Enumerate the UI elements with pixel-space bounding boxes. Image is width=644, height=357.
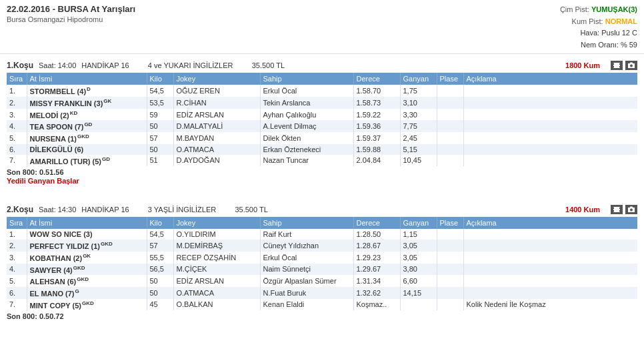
cell-aciklama (463, 252, 637, 264)
race1-distance: 1800 Kum (565, 61, 600, 69)
cell-sahip: A.Levent Dilmaç (260, 120, 353, 132)
cell-aciklama (463, 132, 637, 144)
cell-aciklama (463, 275, 637, 287)
race2-prize: 35.500 TL (235, 206, 267, 214)
col-ganyan-2: Ganyan (400, 217, 437, 229)
cell-sira: 5. (7, 132, 27, 144)
cell-derece: 1.58.73 (353, 97, 400, 109)
cell-plase (437, 97, 463, 109)
cell-sira: 7. (7, 299, 27, 311)
cell-plase (437, 240, 463, 252)
cell-plase (437, 109, 463, 121)
race1-section: 1.Koşu Saat: 14:00 HANDİKAP 16 4 ve YUKA… (0, 54, 644, 192)
table-row: 2. PERFECT YILDIZ (1)GKD 57 M.DEMİRBAŞ C… (7, 240, 637, 252)
cell-sahip: Erkul Öcal (260, 252, 353, 264)
nem: Nem Oranı: % 59 (560, 39, 637, 51)
table-row: 3. KOBATHAN (2)GK 55,5 RECEP ÖZŞAHİN Erk… (7, 252, 637, 264)
race1-info-bar: 1.Koşu Saat: 14:00 HANDİKAP 16 4 ve YUKA… (7, 58, 637, 73)
venue: Bursa Osmangazi Hipodromu (7, 15, 135, 23)
race2-icons (611, 205, 637, 214)
table-row: 7. MINT COPY (5)GKD 45 O.BALKAN Kenan El… (7, 299, 637, 311)
cell-sahip: Naim Sünnetçi (260, 264, 353, 276)
cell-plase (437, 299, 463, 311)
svg-rect-2 (613, 66, 614, 67)
race2-info-bar: 2.Koşu Saat: 14:30 HANDİKAP 16 3 YAŞLİ İ… (7, 202, 637, 217)
table-row: 4. TEA SPOON (7)GD 50 D.MALATYALİ A.Leve… (7, 120, 637, 132)
svg-rect-1 (613, 63, 614, 65)
cell-at: SAWYER (4)GKD (27, 264, 147, 276)
cell-derece: 1.29.23 (353, 252, 400, 264)
cell-ganyan: 3,80 (400, 264, 437, 276)
cell-sira: 4. (7, 264, 27, 276)
race1-table: Sıra At İsmi Kilo Jokey Sahip Derece Gan… (7, 73, 637, 166)
cell-sahip: Cüneyt Yıldızhan (260, 240, 353, 252)
cell-jockey: EDİZ ARSLAN (173, 275, 260, 287)
cell-at: MISSY FRANKLIN (3)GK (27, 97, 147, 109)
cell-kilo: 51 (147, 155, 173, 167)
cell-ganyan: 14,15 (400, 287, 437, 299)
table-row: 4. SAWYER (4)GKD 56,5 M.ÇİÇEK Naim Sünne… (7, 264, 637, 276)
cell-plase (437, 120, 463, 132)
cell-kilo: 57 (147, 240, 173, 252)
race1-label: 1.Koşu (7, 61, 33, 70)
race2-label: 2.Koşu (7, 205, 33, 214)
race2-distance: 1400 Kum (565, 206, 600, 214)
kum-pist-label: Kum Pist: (572, 17, 603, 25)
cell-aciklama (463, 229, 637, 240)
cell-aciklama: Kolik Nedeni İle Koşmaz (463, 299, 637, 311)
race1-prize: 35.500 TL (252, 61, 285, 69)
cell-plase (437, 132, 463, 144)
cell-kilo: 45 (147, 299, 173, 311)
cell-derece: 2.04.84 (353, 155, 400, 167)
cell-aciklama (463, 240, 637, 252)
cell-sira: 1. (7, 229, 27, 240)
svg-rect-10 (619, 210, 621, 212)
cell-sira: 6. (7, 144, 27, 155)
cell-jockey: RECEP ÖZŞAHİN (173, 252, 260, 264)
svg-point-5 (630, 65, 633, 67)
table-row: 1. STORMBELL (4)D 54,5 OĞUZ EREN Erkul Ö… (7, 85, 637, 97)
cell-ganyan: 3,10 (400, 97, 437, 109)
cell-derece: 1.59.37 (353, 132, 400, 144)
svg-rect-9 (619, 208, 621, 209)
page-title: 22.02.2016 - BURSA At Yarışları (7, 4, 135, 14)
cell-derece: 1.58.70 (353, 85, 400, 97)
cell-jockey: R.CİHAN (173, 97, 260, 109)
cell-sahip: Dilek Ökten (260, 132, 353, 144)
cell-jockey: EDİZ ARSLAN (173, 109, 260, 121)
cell-aciklama (463, 287, 637, 299)
cell-ganyan (400, 299, 437, 311)
cell-at: AMARILLO (TUR) (5)GD (27, 155, 147, 167)
cell-sahip: Kenan Elaldi (260, 299, 353, 311)
race2-table: Sıra At İsmi Kilo Jokey Sahip Derece Gan… (7, 217, 637, 310)
col-sahip-2: Sahip (260, 217, 353, 229)
cell-aciklama (463, 264, 637, 276)
cell-ganyan: 7,75 (400, 120, 437, 132)
cell-kilo: 53,5 (147, 97, 173, 109)
cell-ganyan: 3,05 (400, 240, 437, 252)
cell-sira: 5. (7, 275, 27, 287)
table-row: 2. MISSY FRANKLIN (3)GK 53,5 R.CİHAN Tek… (7, 97, 637, 109)
cell-sira: 3. (7, 252, 27, 264)
hava: Hava: Puslu 12 C (560, 27, 637, 39)
cell-kilo: 50 (147, 275, 173, 287)
cell-at: MINT COPY (5)GKD (27, 299, 147, 311)
col-plase: Plase (437, 73, 463, 85)
kum-pist-value: NORMAL (605, 17, 637, 25)
cell-plase (437, 287, 463, 299)
col-sira-2: Sıra (7, 217, 27, 229)
cell-ganyan: 10,45 (400, 155, 437, 167)
col-sira: Sıra (7, 73, 27, 85)
cell-jockey: M.BAYDAN (173, 132, 260, 144)
header: 22.02.2016 - BURSA At Yarışları Bursa Os… (0, 0, 644, 54)
cell-kilo: 50 (147, 120, 173, 132)
cell-derece: Koşmaz.. (353, 299, 400, 311)
table-row: 6. EL MANO (7)G 50 O.ATMACA N.Fuat Buruk… (7, 287, 637, 299)
col-kilo-2: Kilo (147, 217, 173, 229)
svg-rect-4 (619, 66, 621, 67)
cell-at: KOBATHAN (2)GK (27, 252, 147, 264)
cell-ganyan: 6,60 (400, 275, 437, 287)
cell-sahip: Tekin Arslanca (260, 97, 353, 109)
cell-jockey: O.ATMACA (173, 144, 260, 155)
cell-derece: 1.29.67 (353, 264, 400, 276)
